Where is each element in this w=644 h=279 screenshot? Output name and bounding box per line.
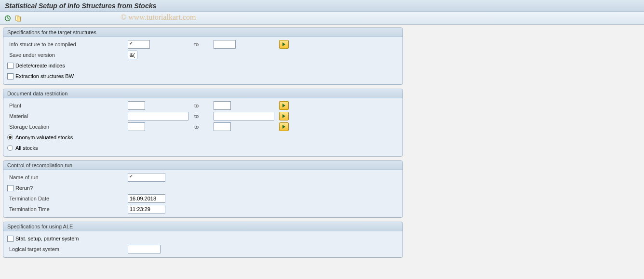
plant-to-input[interactable] (214, 101, 231, 110)
arrow-right-icon (282, 114, 285, 118)
material-label: Material (7, 113, 128, 119)
content-area: Specifications for the target structures… (0, 25, 644, 265)
storage-from-input[interactable] (128, 122, 145, 131)
all-stocks-label: All stocks (15, 145, 38, 151)
watermark-text: © www.tutorialkart.com (121, 13, 196, 22)
all-stocks-radio[interactable] (7, 145, 13, 151)
svg-rect-4 (17, 17, 21, 21)
term-time-input[interactable] (128, 205, 165, 213)
to-label: to (194, 41, 211, 47)
save-version-input[interactable] (128, 51, 137, 59)
multi-select-button[interactable] (279, 40, 289, 49)
group-target-structures: Specifications for the target structures… (3, 27, 403, 85)
arrow-right-icon (282, 104, 285, 107)
logical-target-input[interactable] (128, 245, 161, 253)
material-from-input[interactable] (128, 112, 188, 120)
variants-icon[interactable] (14, 14, 22, 22)
to-label: to (194, 124, 211, 130)
info-struct-to-input[interactable] (214, 40, 236, 49)
delete-indices-checkbox[interactable] (7, 63, 13, 69)
name-run-label: Name of run (7, 174, 128, 180)
plant-from-input[interactable] (128, 101, 145, 110)
to-label: to (194, 113, 211, 119)
multi-select-button[interactable] (279, 101, 289, 110)
rerun-label: Rerun? (15, 185, 33, 191)
arrow-right-icon (282, 125, 285, 129)
material-to-input[interactable] (214, 112, 274, 120)
group-header: Control of recompilation run (3, 161, 402, 170)
name-run-input[interactable] (128, 173, 165, 182)
extraction-bw-checkbox[interactable] (7, 73, 13, 80)
group-header: Document data restriction (3, 89, 402, 98)
term-date-input[interactable] (128, 194, 165, 203)
svg-line-2 (8, 18, 9, 19)
storage-loc-label: Storage Location (7, 124, 128, 130)
plant-label: Plant (7, 103, 128, 108)
anon-valuated-label: Anonym.valuated stocks (15, 134, 73, 140)
multi-select-button[interactable] (279, 122, 289, 131)
execute-icon[interactable] (4, 14, 12, 22)
delete-indices-label: Delete/create indices (15, 63, 65, 68)
group-ale-specifications: Specifications for using ALE Stat. setup… (3, 222, 403, 258)
storage-to-input[interactable] (214, 122, 231, 131)
page-title: Statistical Setup of Info Structures fro… (0, 0, 644, 12)
group-recompilation-control: Control of recompilation run Name of run… (3, 160, 403, 218)
logical-target-label: Logical target system (7, 246, 128, 252)
multi-select-button[interactable] (279, 112, 289, 120)
rerun-checkbox[interactable] (7, 185, 13, 191)
arrow-right-icon (282, 42, 285, 46)
save-version-label: Save under version (7, 52, 128, 58)
extraction-bw-label: Extraction structures BW (15, 73, 74, 79)
toolbar: © www.tutorialkart.com (0, 12, 644, 25)
to-label: to (194, 103, 211, 108)
stat-setup-label: Stat. setup, partner system (15, 236, 79, 241)
info-struct-from-input[interactable] (128, 40, 150, 49)
group-header: Specifications for using ALE (3, 222, 402, 231)
term-time-label: Termination Time (7, 206, 128, 212)
anon-valuated-radio[interactable] (7, 134, 13, 140)
group-document-restriction: Document data restriction Plant to Mater… (3, 89, 403, 157)
term-date-label: Termination Date (7, 196, 128, 201)
stat-setup-checkbox[interactable] (7, 236, 13, 242)
info-struct-label: Info structure to be compiled (7, 41, 128, 47)
group-header: Specifications for the target structures (3, 28, 402, 37)
